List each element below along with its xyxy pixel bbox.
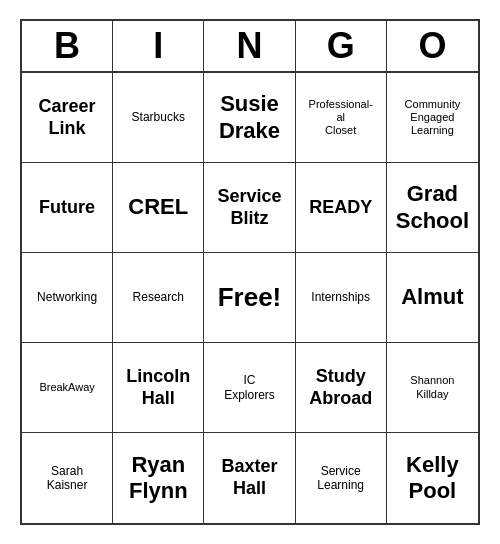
cell-text: RyanFlynn	[129, 452, 188, 505]
cell-text: Internships	[311, 290, 370, 304]
cell-text: Starbucks	[132, 110, 185, 124]
bingo-cell[interactable]: Internships	[296, 253, 387, 343]
cell-text: ICExplorers	[224, 373, 275, 402]
cell-text: CareerLink	[39, 96, 96, 139]
cell-text: ServiceLearning	[317, 464, 364, 493]
bingo-cell[interactable]: Almut	[387, 253, 478, 343]
bingo-cell[interactable]: Research	[113, 253, 204, 343]
cell-text: StudyAbroad	[309, 366, 372, 409]
cell-text: Professional-alCloset	[309, 98, 373, 138]
bingo-cell[interactable]: ServiceBlitz	[204, 163, 295, 253]
cell-text: Free!	[218, 282, 282, 313]
bingo-grid: CareerLinkStarbucksSusieDrakeProfessiona…	[22, 73, 478, 523]
bingo-card: BINGO CareerLinkStarbucksSusieDrakeProfe…	[20, 19, 480, 525]
bingo-cell[interactable]: Professional-alCloset	[296, 73, 387, 163]
cell-text: BaxterHall	[221, 456, 277, 499]
bingo-header: BINGO	[22, 21, 478, 73]
bingo-cell[interactable]: ShannonKillday	[387, 343, 478, 433]
bingo-cell[interactable]: LincolnHall	[113, 343, 204, 433]
header-letter: G	[296, 21, 387, 71]
header-letter: O	[387, 21, 478, 71]
cell-text: SusieDrake	[219, 91, 280, 144]
bingo-cell[interactable]: Starbucks	[113, 73, 204, 163]
bingo-cell[interactable]: Networking	[22, 253, 113, 343]
bingo-cell[interactable]: SusieDrake	[204, 73, 295, 163]
cell-text: Research	[133, 290, 184, 304]
header-letter: I	[113, 21, 204, 71]
bingo-cell[interactable]: StudyAbroad	[296, 343, 387, 433]
bingo-cell[interactable]: Future	[22, 163, 113, 253]
bingo-cell[interactable]: ICExplorers	[204, 343, 295, 433]
cell-text: GradSchool	[396, 181, 469, 234]
bingo-cell[interactable]: CommunityEngagedLearning	[387, 73, 478, 163]
cell-text: ShannonKillday	[410, 374, 454, 400]
bingo-cell[interactable]: BreakAway	[22, 343, 113, 433]
cell-text: Networking	[37, 290, 97, 304]
bingo-cell[interactable]: SarahKaisner	[22, 433, 113, 523]
bingo-cell[interactable]: GradSchool	[387, 163, 478, 253]
bingo-cell[interactable]: BaxterHall	[204, 433, 295, 523]
bingo-cell[interactable]: ServiceLearning	[296, 433, 387, 523]
bingo-cell[interactable]: CareerLink	[22, 73, 113, 163]
bingo-cell[interactable]: READY	[296, 163, 387, 253]
header-letter: B	[22, 21, 113, 71]
cell-text: LincolnHall	[126, 366, 190, 409]
cell-text: Almut	[401, 284, 463, 310]
cell-text: READY	[309, 197, 372, 219]
cell-text: ServiceBlitz	[217, 186, 281, 229]
bingo-cell[interactable]: RyanFlynn	[113, 433, 204, 523]
cell-text: Future	[39, 197, 95, 219]
header-letter: N	[204, 21, 295, 71]
bingo-cell[interactable]: CREL	[113, 163, 204, 253]
cell-text: KellyPool	[406, 452, 459, 505]
cell-text: CREL	[128, 194, 188, 220]
cell-text: SarahKaisner	[47, 464, 88, 493]
cell-text: CommunityEngagedLearning	[405, 98, 461, 138]
cell-text: BreakAway	[39, 381, 94, 394]
bingo-cell[interactable]: KellyPool	[387, 433, 478, 523]
bingo-cell[interactable]: Free!	[204, 253, 295, 343]
